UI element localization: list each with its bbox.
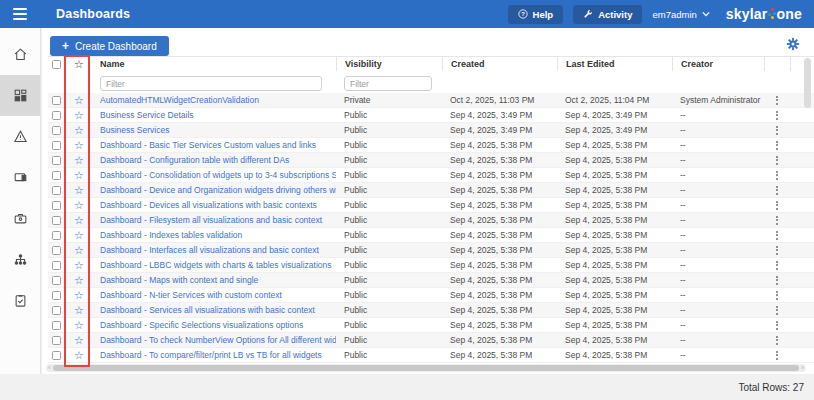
dashboard-name-link[interactable]: Dashboard - Device and Organization widg… — [100, 185, 336, 195]
creator-cell: -- — [672, 200, 764, 210]
row-actions-kebab-icon[interactable] — [764, 154, 790, 166]
row-checkbox[interactable] — [52, 321, 61, 330]
vertical-scrollbar[interactable] — [804, 58, 811, 334]
horizontal-scrollbar-thumb[interactable] — [53, 365, 800, 371]
favorite-star-icon[interactable]: ☆ — [66, 110, 92, 121]
dashboard-name-link[interactable]: Dashboard - Services all visualizations … — [100, 305, 315, 315]
name-filter-input[interactable] — [100, 76, 322, 91]
dashboard-name-link[interactable]: Dashboard - Interfaces all visualization… — [100, 245, 319, 255]
favorite-star-icon[interactable]: ☆ — [66, 260, 92, 271]
select-all-checkbox[interactable] — [52, 60, 61, 69]
row-checkbox[interactable] — [52, 246, 61, 255]
favorite-star-icon[interactable]: ☆ — [66, 305, 92, 316]
column-header-last-edited[interactable]: Last Edited — [557, 57, 672, 71]
sidebar-item-automation[interactable] — [0, 280, 40, 321]
user-menu[interactable]: em7admin — [652, 9, 709, 20]
favorite-star-icon[interactable]: ☆ — [66, 140, 92, 151]
row-checkbox[interactable] — [52, 111, 61, 120]
favorite-star-icon[interactable]: ☆ — [66, 170, 92, 181]
sidebar-item-dashboards[interactable] — [0, 75, 40, 116]
scroll-right-icon[interactable]: › — [799, 364, 806, 372]
row-actions-kebab-icon[interactable] — [764, 319, 790, 331]
column-header-created[interactable]: Created — [442, 57, 557, 71]
horizontal-scrollbar[interactable]: ‹ › — [46, 364, 806, 372]
dashboard-name-link[interactable]: Dashboard - Consolidation of widgets up … — [100, 170, 336, 180]
row-actions-kebab-icon[interactable] — [764, 274, 790, 286]
hamburger-menu-icon[interactable] — [0, 8, 40, 20]
row-checkbox[interactable] — [52, 141, 61, 150]
favorite-star-icon[interactable]: ☆ — [66, 125, 92, 136]
dashboard-name-link[interactable]: Dashboard - Basic Tier Services Custom v… — [100, 140, 316, 150]
row-actions-kebab-icon[interactable] — [764, 139, 790, 151]
dashboard-name-link[interactable]: Dashboard - Maps with context and single — [100, 275, 258, 285]
gear-icon[interactable] — [786, 37, 800, 51]
dashboard-name-link[interactable]: Dashboard - N-tier Services with custom … — [100, 290, 282, 300]
row-actions-kebab-icon[interactable] — [764, 349, 790, 361]
favorite-star-icon[interactable]: ☆ — [66, 275, 92, 286]
sidebar-item-events[interactable] — [0, 116, 40, 157]
sidebar-item-business-services[interactable] — [0, 198, 40, 239]
sidebar-item-home[interactable] — [0, 34, 40, 75]
help-button[interactable]: ? Help — [508, 5, 564, 24]
row-actions-kebab-icon[interactable] — [764, 184, 790, 196]
favorite-star-icon[interactable]: ☆ — [66, 230, 92, 241]
row-actions-kebab-icon[interactable] — [764, 304, 790, 316]
row-actions-kebab-icon[interactable] — [764, 259, 790, 271]
sidebar-item-maps[interactable] — [0, 239, 40, 280]
row-checkbox[interactable] — [52, 171, 61, 180]
row-checkbox[interactable] — [52, 186, 61, 195]
row-actions-kebab-icon[interactable] — [764, 124, 790, 136]
favorite-star-icon[interactable]: ☆ — [66, 290, 92, 301]
dashboard-name-link[interactable]: Dashboard - To check NumberView Options … — [100, 335, 336, 345]
column-header-name[interactable]: Name — [92, 57, 336, 71]
row-actions-kebab-icon[interactable] — [764, 334, 790, 346]
favorite-column-header-star-icon[interactable]: ☆ — [66, 59, 92, 70]
favorite-star-icon[interactable]: ☆ — [66, 245, 92, 256]
row-checkbox[interactable] — [52, 156, 61, 165]
favorite-star-icon[interactable]: ☆ — [66, 350, 92, 361]
dashboard-name-link[interactable]: Dashboard - Filesystem all visualization… — [100, 215, 322, 225]
dashboard-name-link[interactable]: Dashboard - Configuration table with dif… — [100, 155, 289, 165]
row-checkbox[interactable] — [52, 351, 61, 360]
dashboard-name-link[interactable]: AutomatedHTMLWidgetCreationValidation — [100, 95, 259, 105]
favorite-star-icon[interactable]: ☆ — [66, 215, 92, 226]
dashboard-name-link[interactable]: Dashboard - To compare/filter/print LB v… — [100, 350, 322, 360]
visibility-filter-input[interactable] — [344, 76, 432, 91]
row-checkbox[interactable] — [52, 336, 61, 345]
sidebar-item-devices[interactable] — [0, 157, 40, 198]
activity-button[interactable]: Activity — [573, 5, 642, 24]
dashboard-name-link[interactable]: Dashboard - LBBC widgets with charts & t… — [100, 260, 332, 270]
row-checkbox[interactable] — [52, 216, 61, 225]
row-checkbox[interactable] — [52, 201, 61, 210]
row-actions-kebab-icon[interactable] — [764, 229, 790, 241]
row-checkbox[interactable] — [52, 126, 61, 135]
row-actions-kebab-icon[interactable] — [764, 244, 790, 256]
dashboard-name-link[interactable]: Business Service Details — [100, 110, 194, 120]
favorite-star-icon[interactable]: ☆ — [66, 95, 92, 106]
create-dashboard-button[interactable]: + Create Dashboard — [50, 36, 169, 56]
dashboard-name-link[interactable]: Dashboard - Indexes tables validation — [100, 230, 242, 240]
row-checkbox[interactable] — [52, 276, 61, 285]
row-actions-kebab-icon[interactable] — [764, 94, 790, 106]
column-header-visibility[interactable]: Visibility — [336, 57, 442, 71]
favorite-star-icon[interactable]: ☆ — [66, 335, 92, 346]
column-header-creator[interactable]: Creator — [672, 57, 764, 71]
row-checkbox[interactable] — [52, 291, 61, 300]
favorite-star-icon[interactable]: ☆ — [66, 320, 92, 331]
scroll-left-icon[interactable]: ‹ — [46, 364, 53, 372]
row-checkbox[interactable] — [52, 96, 61, 105]
favorite-star-icon[interactable]: ☆ — [66, 155, 92, 166]
row-actions-kebab-icon[interactable] — [764, 199, 790, 211]
favorite-star-icon[interactable]: ☆ — [66, 200, 92, 211]
row-checkbox[interactable] — [52, 261, 61, 270]
row-actions-kebab-icon[interactable] — [764, 289, 790, 301]
row-actions-kebab-icon[interactable] — [764, 109, 790, 121]
row-checkbox[interactable] — [52, 306, 61, 315]
dashboard-name-link[interactable]: Dashboard - Specific Selections visualiz… — [100, 320, 303, 330]
dashboard-name-link[interactable]: Business Services — [100, 125, 169, 135]
favorite-star-icon[interactable]: ☆ — [66, 185, 92, 196]
row-actions-kebab-icon[interactable] — [764, 214, 790, 226]
row-actions-kebab-icon[interactable] — [764, 169, 790, 181]
dashboard-name-link[interactable]: Dashboard - Devices all visualizations w… — [100, 200, 317, 210]
row-checkbox[interactable] — [52, 231, 61, 240]
